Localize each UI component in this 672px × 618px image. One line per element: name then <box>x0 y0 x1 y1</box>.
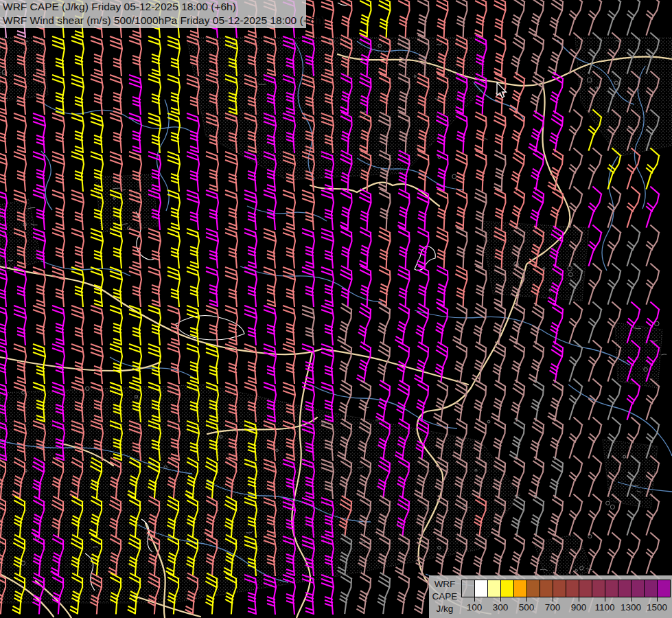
legend-color-cell <box>553 580 566 597</box>
legend-label-cape: CAPE <box>429 591 461 602</box>
legend-tick-mark <box>605 597 605 602</box>
legend-tick-label: 100 <box>467 602 483 613</box>
legend-tick-label: 1500 <box>647 602 667 613</box>
cape-legend: WRF CAPE J/kg 10030050070090011001300150… <box>429 575 672 618</box>
title-bar: WRF CAPE (J/kg) Friday 05-12-2025 18:00 … <box>0 0 306 28</box>
weather-map-canvas[interactable] <box>0 0 672 618</box>
legend-color-cell <box>592 580 605 597</box>
legend-tick-mark <box>631 597 632 602</box>
legend-color-cell <box>605 580 618 597</box>
legend-color-cell <box>618 580 631 597</box>
legend-tick-label: 500 <box>519 602 535 613</box>
legend-tick-mark <box>657 597 658 602</box>
legend-color-cell <box>526 580 540 597</box>
stipple-region <box>95 174 158 232</box>
legend-label-units: J/kg <box>429 604 461 614</box>
legend-tick-mark <box>526 597 527 602</box>
title-line-shear: WRF Wind shear (m/s) 500/1000hPa Friday … <box>0 14 306 27</box>
legend-color-cell <box>487 580 500 597</box>
legend-color-cell <box>566 580 579 597</box>
legend-tick-mark <box>553 597 553 602</box>
legend-tick-mark <box>474 597 475 602</box>
legend-color-cell <box>461 580 474 597</box>
legend-color-cell <box>513 580 526 597</box>
legend-color-cell <box>500 580 513 597</box>
legend-colorbar <box>461 580 671 597</box>
legend-tick-label: 1100 <box>594 602 614 613</box>
legend-tick-mark <box>500 597 501 602</box>
legend-tick-label: 1300 <box>621 602 641 613</box>
legend-label-wrf: WRF <box>429 579 461 589</box>
legend-tick-label: 300 <box>493 602 509 613</box>
legend-tick-label: 900 <box>571 602 587 613</box>
legend-color-cell <box>657 580 671 597</box>
wrf-map-screen: WRF CAPE (J/kg) Friday 05-12-2025 18:00 … <box>0 0 672 618</box>
legend-color-cell <box>579 580 592 597</box>
legend-color-cell <box>474 580 487 597</box>
legend-tick-label: 700 <box>545 602 561 613</box>
legend-tick-mark <box>579 597 579 602</box>
legend-color-cell <box>540 580 553 597</box>
legend-color-cell <box>644 580 657 597</box>
legend-color-cell <box>631 580 644 597</box>
title-line-cape: WRF CAPE (J/kg) Friday 05-12-2025 18:00 … <box>0 0 306 14</box>
